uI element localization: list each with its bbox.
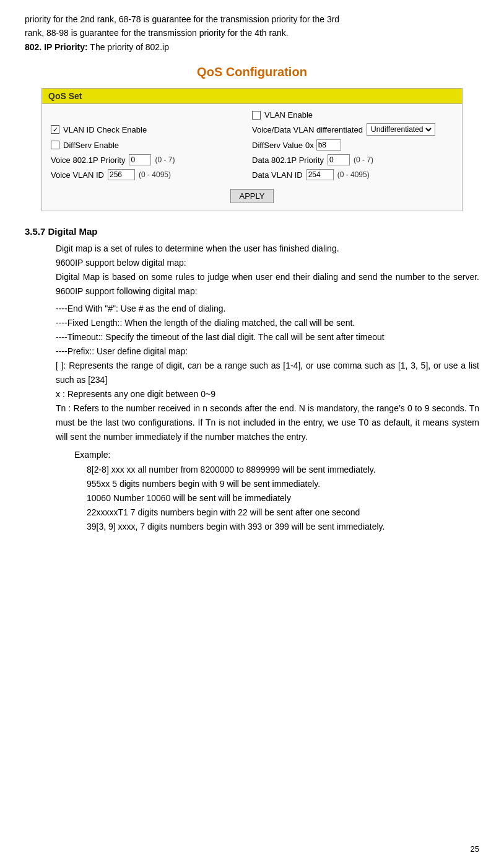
qos-vlan-id-check-left: VLAN ID Check Enable <box>51 125 252 134</box>
qos-diffserv-row: DiffServ Enable DiffServ Value 0x <box>51 139 453 151</box>
qos-title: QoS Configuration <box>25 65 479 79</box>
qos-data-vlan-right: Data VLAN ID (0 - 4095) <box>252 169 453 180</box>
intro-paragraph: priority for the 2nd rank, 68-78 is guar… <box>25 12 479 54</box>
digital-map-item-5: x : Represents any one digit between 0~9 <box>25 387 479 401</box>
intro-line2: rank, 88-98 is guarantee for the transmi… <box>25 28 289 38</box>
digital-map-heading: 3.5.7 Digital Map <box>25 226 479 237</box>
qos-diffserv-enable-left: DiffServ Enable <box>51 141 252 150</box>
voice-vlan-label: Voice VLAN ID <box>51 170 104 180</box>
intro-ip-priority-rest: The priority of 802.ip <box>88 42 169 52</box>
digital-map-para2: 9600IP support below digital map: <box>25 256 479 270</box>
digital-map-item-4: [ ]: Represents the range of digit, can … <box>25 359 479 387</box>
intro-802-bold: 802. <box>25 42 41 52</box>
qos-voice-priority-row: Voice 802.1P Priority (0 - 7) Data 802.1… <box>51 154 453 165</box>
voice-vlan-range: (0 - 4095) <box>139 170 171 179</box>
qos-voice-vlan-row: Voice VLAN ID (0 - 4095) Data VLAN ID (0… <box>51 169 453 180</box>
digital-map-item-3: ----Prefix:: User define digital map: <box>25 344 479 359</box>
diffserv-enable-checkbox[interactable] <box>51 141 59 149</box>
apply-row: APPLY <box>51 184 453 203</box>
diffserv-val-input[interactable] <box>316 139 341 151</box>
voice-priority-input[interactable] <box>129 154 151 165</box>
voice-priority-label: Voice 802.1P Priority <box>51 155 125 165</box>
vlan-id-check-checkbox[interactable] <box>51 125 59 134</box>
data-vlan-input[interactable] <box>306 169 334 180</box>
data-vlan-label: Data VLAN ID <box>252 170 303 180</box>
qos-diffserv-value-right: DiffServ Value 0x <box>252 139 453 151</box>
example-3: 22xxxxxT1 7 digits numbers begin with 22… <box>25 505 479 520</box>
qos-voice-data-vlan-right: Voice/Data VLAN differentiated Undiffere… <box>252 123 453 136</box>
qos-set-header: QoS Set <box>42 89 462 104</box>
qos-vlan-id-check-row: VLAN ID Check Enable Voice/Data VLAN dif… <box>51 123 453 136</box>
data-priority-range: (0 - 7) <box>354 155 373 164</box>
intro-ip-priority-label: IP Priority: <box>41 42 87 52</box>
vlan-enable-checkbox[interactable] <box>252 111 261 120</box>
digital-map-item-1: ----Fixed Length:: When the length of th… <box>25 316 479 330</box>
vlan-id-check-label: VLAN ID Check Enable <box>63 125 147 134</box>
vlan-enable-label: VLAN Enable <box>264 110 313 120</box>
qos-voice-vlan-left: Voice VLAN ID (0 - 4095) <box>51 169 252 180</box>
undiff-select-box[interactable]: Undifferentiated <box>367 123 435 136</box>
qos-body: VLAN Enable VLAN ID Check Enable Voice/D… <box>42 104 462 203</box>
qos-vlan-enable-row: VLAN Enable <box>51 110 453 120</box>
digital-map-item-0: ----End With "#": Use # as the end of di… <box>25 302 479 316</box>
digital-map-item-2: ----Timeout:: Specify the timeout of the… <box>25 330 479 344</box>
page-number: 25 <box>471 844 479 854</box>
example-4: 39[3, 9] xxxx, 7 digits numbers begin wi… <box>25 520 479 534</box>
digital-map-para1: Digit map is a set of rules to determine… <box>25 242 479 256</box>
qos-config-box: QoS Set VLAN Enable VLAN ID Check Enable… <box>41 88 463 211</box>
example-0: 8[2-8] xxx xx all number from 8200000 to… <box>25 463 479 477</box>
qos-data-priority-right: Data 802.1P Priority (0 - 7) <box>252 154 453 165</box>
data-priority-label: Data 802.1P Priority <box>252 155 324 165</box>
voice-priority-range: (0 - 7) <box>155 155 175 164</box>
apply-button[interactable]: APPLY <box>230 189 274 203</box>
data-vlan-range: (0 - 4095) <box>337 170 370 179</box>
example-2: 10060 Number 10060 will be sent will be … <box>25 491 479 505</box>
diffserv-value-label: DiffServ Value <box>252 141 303 150</box>
diffserv-enable-label: DiffServ Enable <box>63 141 119 150</box>
digital-map-item-6: Tn : Refers to the number received in n … <box>25 401 479 444</box>
qos-vlan-enable-right: VLAN Enable <box>252 110 453 120</box>
undiff-select[interactable]: Undifferentiated <box>368 125 433 134</box>
data-priority-input[interactable] <box>328 154 350 165</box>
intro-line1: priority for the 2nd rank, 68-78 is guar… <box>25 14 339 24</box>
digital-map-para3: Digital Map is based on some rules to ju… <box>25 270 479 299</box>
voice-data-vlan-label: Voice/Data VLAN differentiated <box>252 125 363 134</box>
example-1: 955xx 5 digits numbers begin with 9 will… <box>25 477 479 491</box>
example-label: Example: <box>25 448 479 462</box>
qos-voice-priority-left: Voice 802.1P Priority (0 - 7) <box>51 154 252 165</box>
voice-vlan-input[interactable] <box>108 169 135 180</box>
diffserv-prefix: 0x <box>305 141 314 150</box>
